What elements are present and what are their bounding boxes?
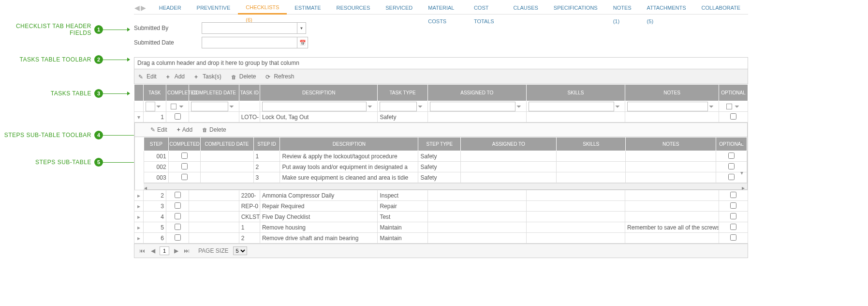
task-row[interactable]: ▸3REP-0Repair RequiredRepair — [134, 201, 748, 212]
filter-optional-checkbox[interactable] — [726, 104, 732, 109]
tasks-col-header[interactable]: TASK TYPE — [378, 85, 427, 101]
task-completed-checkbox[interactable] — [175, 202, 181, 209]
tasks-col-header[interactable]: DESCRIPTION — [260, 85, 377, 101]
submitted-date-input[interactable] — [202, 37, 297, 48]
edit-button[interactable]: Edit — [150, 126, 167, 133]
task-row[interactable]: ▸22200-Ammonia Compressor DailyInspect — [134, 190, 748, 201]
funnel-icon[interactable] — [708, 103, 715, 110]
steps-col-header[interactable]: STEP ID — [253, 138, 280, 151]
task-optional-checkbox[interactable] — [730, 224, 736, 230]
funnel-icon[interactable] — [417, 103, 424, 110]
task-optional-checkbox[interactable] — [730, 202, 736, 209]
task-completed-checkbox[interactable] — [175, 113, 181, 120]
calendar-icon[interactable] — [297, 37, 308, 48]
steps-col-header[interactable]: ASSIGNED TO — [461, 138, 557, 151]
filter-description[interactable] — [262, 102, 367, 111]
tab-resources[interactable]: RESOURCES — [329, 1, 378, 15]
filter-task-type[interactable] — [380, 102, 416, 111]
step-completed-checkbox[interactable] — [181, 163, 188, 169]
edit-button[interactable]: Edit — [138, 73, 157, 80]
pager-page-input[interactable] — [160, 246, 169, 255]
scroll-right-icon[interactable]: ▸ — [742, 184, 747, 189]
task-optional-checkbox[interactable] — [730, 192, 736, 198]
pager-prev-icon[interactable]: ◀ — [149, 247, 157, 254]
task-row[interactable]: ▸4CKLSTFive Day ChecklistTest — [134, 212, 748, 222]
tasks-col-header[interactable] — [134, 85, 144, 101]
tab-serviced[interactable]: SERVICED — [378, 1, 420, 15]
funnel-icon[interactable] — [614, 103, 621, 110]
funnel-icon[interactable] — [178, 103, 185, 110]
filter-notes[interactable] — [627, 102, 708, 111]
expand-icon[interactable]: ▸ — [134, 190, 144, 201]
steps-col-header[interactable]: COMPLETED DATE — [200, 138, 253, 151]
task-row[interactable]: ▾1LOTO-Lock Out, Tag OutSafety — [134, 112, 748, 122]
filter-task[interactable] — [146, 102, 155, 111]
tasks-button[interactable]: Task(s) — [194, 73, 221, 80]
tab-preventive[interactable]: PREVENTIVE — [189, 1, 238, 15]
step-completed-checkbox[interactable] — [181, 174, 188, 180]
step-row[interactable]: 0033Make sure equipment is cleaned and a… — [144, 172, 747, 183]
tab-estimate[interactable]: ESTIMATE — [287, 1, 328, 15]
filter-completed-date[interactable] — [191, 102, 228, 111]
tab-scroll-right-icon[interactable]: ▶ — [140, 4, 147, 12]
tab-specifications[interactable]: SPECIFICATIONS — [546, 1, 605, 15]
scroll-up-icon[interactable]: ▴ — [740, 138, 746, 144]
horizontal-scrollbar[interactable]: ◂▸ — [144, 183, 747, 190]
tasks-col-header[interactable]: NOTES — [625, 85, 719, 101]
pager-last-icon[interactable]: ⏭ — [183, 247, 191, 254]
steps-col-header[interactable]: STEP — [144, 138, 169, 151]
steps-col-header[interactable]: STEP TYPE — [418, 138, 461, 151]
filter-completed-checkbox[interactable] — [171, 104, 177, 109]
step-optional-checkbox[interactable] — [728, 163, 735, 169]
funnel-icon[interactable] — [155, 103, 162, 110]
group-drop-zone[interactable]: Drag a column header and drop it here to… — [134, 57, 748, 69]
tab-notes-1-[interactable]: NOTES (1) — [605, 1, 639, 15]
funnel-icon[interactable] — [367, 103, 373, 110]
tab-checklists-6-[interactable]: CHECKLISTS (6) — [238, 1, 287, 15]
tasks-col-header[interactable]: ASSIGNED TO — [427, 85, 526, 101]
add-button[interactable]: Add — [166, 73, 185, 80]
steps-col-header[interactable]: NOTES — [626, 138, 716, 151]
tasks-col-header[interactable]: COMPLETED DATE — [189, 85, 239, 101]
steps-col-header[interactable]: SKILLS — [557, 138, 626, 151]
filter-skills[interactable] — [529, 102, 614, 111]
tab-material-costs[interactable]: MATERIAL COSTS — [420, 1, 466, 15]
tab-attachments-5-[interactable]: ATTACHMENTS (5) — [639, 1, 694, 15]
task-row[interactable]: ▸62Remove drive shaft and main bearingMa… — [134, 233, 748, 244]
tab-collaborate[interactable]: COLLABORATE — [693, 1, 748, 15]
add-button[interactable]: Add — [177, 126, 192, 133]
tab-clauses[interactable]: CLAUSES — [505, 1, 545, 15]
tab-cost-totals[interactable]: COST TOTALS — [466, 1, 506, 15]
delete-button[interactable]: Delete — [231, 73, 256, 80]
submitted-by-dropdown-icon[interactable] — [297, 22, 306, 34]
task-optional-checkbox[interactable] — [730, 113, 736, 120]
step-optional-checkbox[interactable] — [728, 174, 735, 180]
step-row[interactable]: 0022Put away tools and/or equipment in d… — [144, 162, 747, 172]
steps-col-header[interactable]: COMPLETED — [168, 138, 200, 151]
step-optional-checkbox[interactable] — [728, 153, 735, 159]
task-completed-checkbox[interactable] — [175, 224, 181, 230]
tasks-col-header[interactable]: COMPLETED — [166, 85, 189, 101]
pager-next-icon[interactable]: ▶ — [172, 247, 180, 254]
steps-col-header[interactable]: DESCRIPTION — [280, 138, 418, 151]
submitted-by-input[interactable] — [202, 22, 297, 34]
page-size-select[interactable]: 5 — [233, 246, 247, 255]
step-row[interactable]: 0011Review & apply the lockout/tagout pr… — [144, 151, 747, 162]
filter-assigned-to[interactable] — [430, 102, 515, 111]
scroll-left-icon[interactable]: ◂ — [144, 184, 149, 189]
step-completed-checkbox[interactable] — [181, 153, 188, 159]
expand-icon[interactable]: ▸ — [134, 222, 144, 233]
task-optional-checkbox[interactable] — [730, 213, 736, 219]
tab-header[interactable]: HEADER — [151, 1, 189, 15]
task-optional-checkbox[interactable] — [730, 234, 736, 241]
refresh-button[interactable]: Refresh — [265, 73, 294, 80]
delete-button[interactable]: Delete — [202, 126, 226, 133]
funnel-icon[interactable] — [228, 103, 235, 110]
tasks-col-header[interactable]: TASK — [143, 85, 166, 101]
tab-scroll-left-icon[interactable]: ◀ — [134, 4, 140, 12]
task-completed-checkbox[interactable] — [175, 234, 181, 241]
task-completed-checkbox[interactable] — [175, 213, 181, 219]
task-completed-checkbox[interactable] — [175, 192, 181, 198]
expand-icon[interactable]: ▾ — [134, 112, 144, 122]
funnel-icon[interactable] — [734, 103, 740, 110]
